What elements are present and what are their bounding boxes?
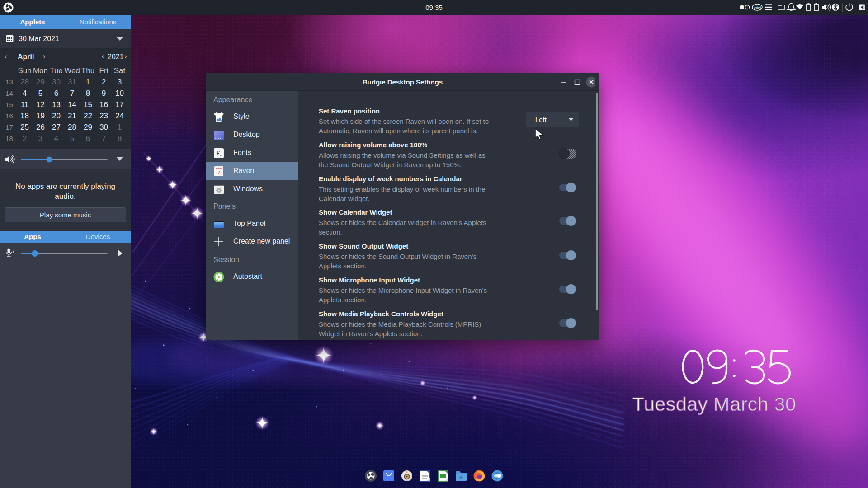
- svg-text:o: o: [220, 153, 222, 157]
- svg-text:intel: intel: [754, 5, 762, 10]
- svg-text:7: 7: [217, 170, 220, 175]
- svg-text:F: F: [216, 150, 220, 157]
- svg-text:FRIDAY: FRIDAY: [216, 168, 222, 169]
